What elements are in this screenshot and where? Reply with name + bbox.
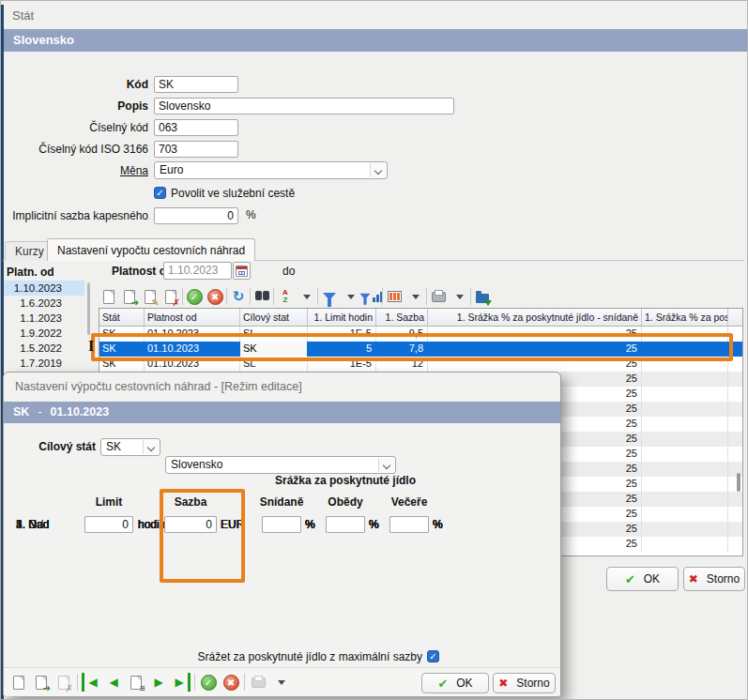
kapesne-field[interactable]: 0 — [154, 207, 238, 224]
print-button[interactable] — [429, 287, 448, 306]
mena-label[interactable]: Měna — [1, 163, 148, 179]
text-cursor: I — [88, 338, 94, 355]
iso-kod-field[interactable]: 703 — [154, 141, 238, 158]
sort-button[interactable]: AZ — [276, 287, 295, 306]
print-dropdown-button[interactable] — [450, 287, 468, 306]
export-button[interactable] — [473, 287, 492, 306]
platn-od-header: Platn. od — [7, 266, 54, 279]
columns-icon — [388, 291, 402, 302]
platnost-od-input[interactable]: 1.10.2023 — [163, 262, 232, 280]
delete-record-button[interactable]: ✗ — [54, 673, 73, 692]
confirm-button[interactable]: ✓ — [185, 287, 204, 306]
previous-record-button[interactable]: ◀ — [104, 673, 123, 692]
obedy-field[interactable] — [326, 516, 365, 533]
cancel-button[interactable]: ✖ — [221, 673, 240, 692]
calendar-button[interactable] — [233, 262, 251, 280]
limit-column-header: Limit — [84, 495, 133, 509]
first-record-button[interactable]: ◀ — [82, 673, 100, 692]
col-srazka-next[interactable]: 1. Srážka % za pos — [642, 309, 728, 326]
new-record-icon — [103, 290, 114, 304]
storno-x-icon: ✖ — [498, 677, 508, 690]
max-sazba-checkbox[interactable]: ✓ — [427, 650, 439, 662]
dialog-ok-button[interactable]: ✔ OK — [421, 673, 489, 693]
filter-dropdown-button[interactable] — [341, 287, 359, 306]
edit-record-icon: ✎ — [145, 290, 156, 304]
table-row[interactable]: SK 01.10.2023 SL 1E-5 12 25 — [99, 357, 742, 372]
previous-record-icon: ◀ — [109, 677, 117, 688]
check-icon: ✓ — [156, 188, 163, 198]
povolit-checkbox[interactable]: ✓ — [154, 187, 166, 199]
table-scrollbar[interactable] — [737, 473, 740, 492]
next-record-button[interactable]: ▶ — [149, 673, 168, 692]
confirm-icon: ✓ — [187, 289, 203, 305]
storno-button[interactable]: ✖ Storno — [683, 567, 745, 591]
date-list-scrollbar[interactable] — [87, 282, 90, 335]
list-item[interactable]: 1.9.2022 — [4, 326, 84, 341]
table-row[interactable]: SK 01.10.2023 SK 5 7,8 25 — [99, 342, 742, 357]
refresh-button[interactable]: ↻ — [229, 287, 248, 306]
print-button[interactable] — [249, 673, 267, 692]
list-item[interactable]: 1.10.2023 — [4, 281, 84, 296]
dialog-storno-button[interactable]: ✖ Storno — [493, 673, 556, 693]
chevron-down-icon[interactable] — [143, 440, 159, 454]
kapesne-label: Implicitní sazba kapesného — [1, 208, 148, 224]
printer-icon — [252, 677, 266, 688]
new-record-button[interactable] — [99, 287, 118, 306]
mena-value: Euro — [160, 163, 183, 176]
delete-record-button[interactable]: ✗ — [161, 287, 180, 306]
new-record-button[interactable] — [9, 673, 28, 692]
table-row[interactable]: SK 01.10.2023 SI 1E-5 9,5 25 — [99, 327, 742, 342]
copy-record-icon: ➜ — [36, 676, 47, 690]
col-platnost-od[interactable]: Platnost od — [145, 309, 240, 326]
vecere-field[interactable] — [389, 516, 429, 533]
caret-down-icon — [278, 680, 285, 685]
list-item[interactable]: 1.5.2022 — [4, 341, 84, 356]
cancel-icon: ✖ — [207, 289, 223, 305]
copy-record-icon: ➜ — [124, 290, 135, 304]
first-record-icon: ◀ — [88, 677, 97, 688]
chevron-down-icon[interactable] — [370, 163, 386, 177]
last-record-button[interactable]: ▶ — [172, 673, 191, 692]
window-title: Stát — [12, 8, 34, 23]
list-item[interactable]: 1.6.2023 — [4, 296, 84, 311]
refresh-icon: ↻ — [233, 288, 245, 305]
sort-dropdown-button[interactable] — [297, 287, 315, 306]
copy-record-button[interactable]: ➜ — [32, 673, 51, 692]
sazba-field[interactable]: 0 — [164, 516, 217, 533]
cilovy-stat-name-select[interactable]: Slovensko — [165, 456, 396, 474]
dialog-header-code: SK — [13, 405, 29, 418]
ok-button[interactable]: ✔ OK — [606, 567, 679, 591]
kod-field[interactable]: SK — [154, 76, 238, 93]
popis-field[interactable]: Slovensko — [154, 98, 454, 114]
confirm-button[interactable]: ✓ — [199, 673, 218, 692]
caret-down-icon — [456, 295, 464, 299]
limit-field[interactable]: 0 — [84, 516, 133, 533]
col-cilovy-stat[interactable]: Cílový stat — [240, 309, 308, 326]
col-sazba[interactable]: 1. Sazba — [376, 309, 428, 326]
list-item[interactable]: 1.7.2019 — [4, 356, 84, 371]
edit-record-button[interactable]: ✎ — [141, 287, 160, 306]
cilovy-stat-code-select[interactable]: SK — [100, 438, 160, 456]
table-header-row: Stát Platnost od Cílový stat 1. Limit ho… — [99, 309, 742, 327]
columns-dropdown-button[interactable] — [405, 287, 424, 306]
col-limit-hodin[interactable]: 1. Limit hodin — [308, 309, 376, 326]
kapesne-unit: % — [246, 208, 256, 221]
tab-nastaveni-nahrad[interactable]: Nastavení vypočtu cestovních náhrad — [47, 238, 255, 261]
columns-button[interactable] — [385, 287, 404, 306]
filter-button[interactable] — [320, 287, 339, 306]
cancel-button[interactable]: ✖ — [206, 287, 224, 306]
filter-analysis-button[interactable] — [361, 287, 380, 306]
col-stat[interactable]: Stát — [99, 309, 145, 326]
kod-label: Kód — [1, 77, 148, 93]
list-item[interactable]: 1.1.2023 — [4, 311, 84, 326]
mena-select[interactable]: Euro — [154, 161, 388, 179]
copy-record-button[interactable]: ➜ — [120, 287, 139, 306]
print-dropdown-button[interactable] — [271, 673, 290, 692]
ciselny-kod-field[interactable]: 063 — [154, 119, 238, 136]
grid-toolbar: ➜ ✎ ✗ ✓ ✖ ↻ AZ — [99, 285, 531, 308]
search-button[interactable] — [252, 287, 271, 306]
col-srazka-snidane[interactable]: 1. Srážka % za poskytnuté jídlo - snídan… — [428, 309, 642, 326]
chevron-down-icon[interactable] — [378, 458, 394, 472]
snidane-field[interactable] — [262, 516, 301, 533]
browse-records-button[interactable]: ≡ — [127, 673, 145, 692]
